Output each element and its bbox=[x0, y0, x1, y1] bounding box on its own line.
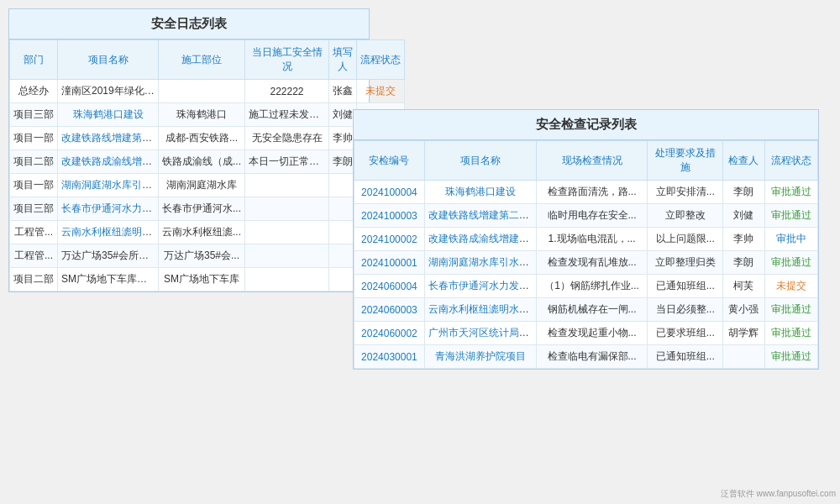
cell-id: 2024100001 bbox=[354, 251, 425, 275]
right-panel: 安全检查记录列表 安检编号 项目名称 现场检查情况 处理要求及措施 检查人 流程… bbox=[353, 109, 819, 370]
cell-inspector: 刘健 bbox=[723, 204, 765, 228]
cell-project: 改建铁路线增建第二线... bbox=[424, 204, 536, 228]
col-project: 项目名称 bbox=[424, 141, 536, 181]
cell-measures: 已通知班组... bbox=[648, 275, 723, 298]
cell-project: 长春市伊通河水力发电... bbox=[424, 275, 536, 298]
table-row: 项目二部SM广场地下车库更换摄...SM广场地下车库 bbox=[10, 268, 405, 291]
right-panel-title: 安全检查记录列表 bbox=[354, 110, 818, 140]
cell-dept: 总经办 bbox=[10, 80, 58, 103]
cell-situation: 检查发现有乱堆放... bbox=[536, 251, 648, 275]
cell-dept: 项目二部 bbox=[10, 150, 58, 174]
cell-inspector: 柯芙 bbox=[723, 275, 765, 298]
cell-project: 青海洪湖养护院项目 bbox=[424, 345, 536, 369]
project-link[interactable]: 湖南洞庭湖水库引水工程... bbox=[61, 179, 159, 191]
cell-project: 改建铁路成渝线增建第... bbox=[424, 228, 536, 251]
cell-status: 未提交 bbox=[764, 275, 817, 298]
cell-location: 成都-西安铁路... bbox=[159, 127, 245, 150]
cell-situation: 检查路面清洗，路... bbox=[536, 181, 648, 204]
col-person: 填写人 bbox=[329, 40, 357, 80]
project-link[interactable]: 广州市天河区统计局机... bbox=[428, 327, 536, 339]
cell-inspector bbox=[723, 345, 765, 369]
cell-situation bbox=[245, 197, 329, 221]
cell-inspector: 黄小强 bbox=[723, 298, 765, 322]
id-link[interactable]: 2024060003 bbox=[361, 304, 417, 316]
cell-situation: 检查临电有漏保部... bbox=[536, 345, 648, 369]
cell-measures: 以上问题限... bbox=[648, 228, 723, 251]
cell-location bbox=[159, 80, 245, 103]
id-link[interactable]: 2024060004 bbox=[361, 281, 417, 292]
project-link[interactable]: 长春市伊通河水力发电... bbox=[428, 280, 536, 291]
cell-situation: 本日一切正常，无事故发... bbox=[245, 150, 329, 174]
left-panel: 安全日志列表 部门 项目名称 施工部位 当日施工安全情况 填写人 流程状态 总经… bbox=[8, 8, 370, 292]
col-measures: 处理要求及措施 bbox=[648, 141, 723, 181]
cell-id: 2024100004 bbox=[354, 181, 425, 204]
cell-situation: 施工过程未发生安全事故... bbox=[245, 103, 329, 127]
cell-situation bbox=[245, 244, 329, 268]
cell-location: 铁路成渝线（成... bbox=[159, 150, 245, 174]
cell-project: 万达广场35#会所及咖啡... bbox=[58, 244, 159, 268]
cell-id: 2024100003 bbox=[354, 204, 425, 228]
id-link[interactable]: 2024030001 bbox=[361, 351, 417, 363]
project-link[interactable]: 珠海鹤港口建设 bbox=[73, 108, 144, 120]
project-link[interactable]: 云南水利枢纽滮明水库一... bbox=[61, 226, 159, 238]
col-situation: 现场检查情况 bbox=[536, 141, 648, 181]
project-link[interactable]: 改建铁路成渝线增建第... bbox=[428, 233, 536, 244]
left-table-header-row: 部门 项目名称 施工部位 当日施工安全情况 填写人 流程状态 bbox=[10, 40, 405, 80]
table-row: 项目一部改建铁路线增建第二线直...成都-西安铁路...无安全隐患存在李帅作废 bbox=[10, 127, 405, 150]
table-row: 2024060004长春市伊通河水力发电...（1）钢筋绑扎作业...已通知班组… bbox=[354, 275, 818, 298]
cell-dept: 项目一部 bbox=[10, 174, 58, 197]
table-row: 2024060002广州市天河区统计局机...检查发现起重小物...已要求班组.… bbox=[354, 322, 818, 345]
col-dept: 部门 bbox=[10, 40, 58, 80]
cell-status: 审批中 bbox=[764, 228, 817, 251]
table-row: 项目三部长春市伊通河水力发电厂...长春市伊通河水... bbox=[10, 197, 405, 221]
cell-location: 长春市伊通河水... bbox=[159, 197, 245, 221]
cell-situation bbox=[245, 221, 329, 244]
cell-id: 2024100002 bbox=[354, 228, 425, 251]
cell-situation: 无安全隐患存在 bbox=[245, 127, 329, 150]
cell-dept: 工程管... bbox=[10, 221, 58, 244]
cell-dept: 工程管... bbox=[10, 244, 58, 268]
cell-project: 云南水利枢纽滮明水库一... bbox=[58, 221, 159, 244]
col-location: 施工部位 bbox=[159, 40, 245, 80]
table-row: 2024100002改建铁路成渝线增建第...1.现场临电混乱，...以上问题限… bbox=[354, 228, 818, 251]
watermark: 泛普软件 www.fanpusoftei.com bbox=[721, 488, 836, 500]
cell-measures: 立即整理归类 bbox=[648, 251, 723, 275]
table-row: 工程管...云南水利枢纽滮明水库一...云南水利枢纽滮... bbox=[10, 221, 405, 244]
cell-id: 2024060003 bbox=[354, 298, 425, 322]
cell-project: 改建铁路成渝线增建第二... bbox=[58, 150, 159, 174]
left-table: 部门 项目名称 施工部位 当日施工安全情况 填写人 流程状态 总经办潼南区201… bbox=[9, 39, 405, 291]
id-link[interactable]: 2024100002 bbox=[361, 234, 417, 245]
table-row: 2024100001湖南洞庭湖水库引水工...检查发现有乱堆放...立即整理归类… bbox=[354, 251, 818, 275]
project-link[interactable]: 青海洪湖养护院项目 bbox=[435, 350, 526, 362]
table-row: 总经办潼南区2019年绿化补贴项...222222张鑫未提交 bbox=[10, 80, 405, 103]
cell-situation: 临时用电存在安全... bbox=[536, 204, 648, 228]
project-link[interactable]: 长春市伊通河水力发电厂... bbox=[61, 202, 159, 214]
project-link[interactable]: 改建铁路成渝线增建第二... bbox=[61, 155, 159, 167]
id-link[interactable]: 2024100004 bbox=[361, 186, 417, 198]
cell-measures: 已通知班组... bbox=[648, 345, 723, 369]
cell-dept: 项目三部 bbox=[10, 103, 58, 127]
cell-dept: 项目一部 bbox=[10, 127, 58, 150]
right-table-header-row: 安检编号 项目名称 现场检查情况 处理要求及措施 检查人 流程状态 bbox=[354, 141, 818, 181]
table-row: 2024060003云南水利枢纽滮明水库...钢筋机械存在一闸...当日必须整.… bbox=[354, 298, 818, 322]
cell-id: 2024060004 bbox=[354, 275, 425, 298]
id-link[interactable]: 2024060002 bbox=[361, 328, 417, 339]
project-link[interactable]: 湖南洞庭湖水库引水工... bbox=[428, 256, 536, 268]
project-link[interactable]: 改建铁路线增建第二线直... bbox=[61, 132, 159, 144]
cell-situation: （1）钢筋绑扎作业... bbox=[536, 275, 648, 298]
cell-situation: 1.现场临电混乱，... bbox=[536, 228, 648, 251]
cell-location: 万达广场35#会... bbox=[159, 244, 245, 268]
table-row: 工程管...万达广场35#会所及咖啡...万达广场35#会... bbox=[10, 244, 405, 268]
right-table: 安检编号 项目名称 现场检查情况 处理要求及措施 检查人 流程状态 202410… bbox=[354, 140, 818, 369]
project-link[interactable]: 云南水利枢纽滮明水库... bbox=[428, 303, 536, 315]
cell-person: 张鑫 bbox=[329, 80, 357, 103]
project-link[interactable]: 珠海鹤港口建设 bbox=[445, 186, 516, 197]
cell-status: 审批通过 bbox=[764, 181, 817, 204]
id-link[interactable]: 2024100003 bbox=[361, 210, 417, 222]
id-link[interactable]: 2024100001 bbox=[361, 257, 417, 269]
project-link[interactable]: 改建铁路线增建第二线... bbox=[428, 209, 536, 221]
cell-situation: 钢筋机械存在一闸... bbox=[536, 298, 648, 322]
cell-location: 云南水利枢纽滮... bbox=[159, 221, 245, 244]
cell-project: 改建铁路线增建第二线直... bbox=[58, 127, 159, 150]
table-row: 2024030001青海洪湖养护院项目检查临电有漏保部...已通知班组...审批… bbox=[354, 345, 818, 369]
